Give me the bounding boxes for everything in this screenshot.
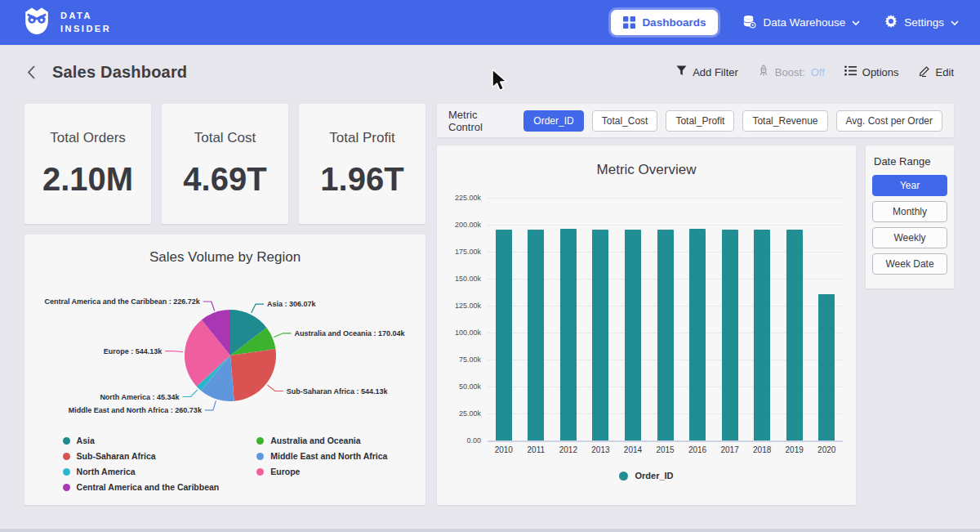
pie-label-europe: Europe : 544.13k xyxy=(104,347,163,355)
y-tick-label: 150.00k xyxy=(442,275,481,283)
pie-label-middle-east-and-north-africa: Middle East and North Africa : 260.73k xyxy=(69,406,203,414)
bar-2012[interactable] xyxy=(560,229,577,440)
legend-label: North America xyxy=(77,467,136,476)
pie-leader-line xyxy=(267,385,283,391)
legend-dot xyxy=(63,484,70,491)
edit-button[interactable]: Edit xyxy=(919,65,954,79)
edit-label: Edit xyxy=(936,66,954,78)
bar-chart-legend[interactable]: Order_ID xyxy=(437,471,856,481)
metric-control-strip: Metric Control Order_IDTotal_CostTotal_P… xyxy=(437,104,954,137)
metric-chip-total-cost[interactable]: Total_Cost xyxy=(592,110,658,132)
x-label-2012: 2012 xyxy=(552,445,585,454)
metric-chip-total-profit[interactable]: Total_Profit xyxy=(666,110,734,132)
bar-slot xyxy=(714,198,746,440)
options-button[interactable]: Options xyxy=(844,65,899,78)
metric-chip-avg-cost-per-order[interactable]: Avg. Cost per Order xyxy=(836,110,943,132)
bar-2020[interactable] xyxy=(818,294,835,440)
pie-legend-item-central-america-and-the-caribbean[interactable]: Central America and the Caribbean xyxy=(63,482,220,492)
boost-toggle[interactable]: Boost: Off xyxy=(758,65,825,79)
kpi-label: Total Orders xyxy=(50,130,126,146)
pie-chart-card: Sales Volume by Region Asia : 306.07kAus… xyxy=(24,235,425,505)
bar-2015[interactable] xyxy=(657,230,674,440)
boost-label: Boost: xyxy=(775,66,805,78)
legend-label: Australia and Oceania xyxy=(270,436,360,445)
x-label-2017: 2017 xyxy=(714,445,746,454)
bar-2019[interactable] xyxy=(786,230,803,440)
pie-leader-line xyxy=(205,400,216,410)
pie-legend-item-australia-and-oceania[interactable]: Australia and Oceania xyxy=(256,436,387,445)
nav-data-warehouse-button[interactable]: Data Warehouse xyxy=(742,15,860,31)
legend-label: Central America and the Caribbean xyxy=(77,482,220,492)
pie-leader-line xyxy=(203,302,215,311)
back-button[interactable] xyxy=(26,65,36,80)
bar-chart-title: Metric Overview xyxy=(437,145,856,178)
date-range-week-date[interactable]: Week Date xyxy=(872,253,947,275)
x-label-2011: 2011 xyxy=(520,445,553,454)
add-filter-button[interactable]: Add Filter xyxy=(676,65,738,78)
x-axis-labels: 2010201120122013201420152016201720182019… xyxy=(488,445,843,454)
legend-label: Europe xyxy=(270,467,300,476)
bar-2016[interactable] xyxy=(689,229,706,440)
nav-data-warehouse-label: Data Warehouse xyxy=(763,16,845,29)
pie-leader-line xyxy=(183,390,198,397)
bar-2017[interactable] xyxy=(722,230,738,440)
add-filter-label: Add Filter xyxy=(693,66,738,78)
chevron-down-icon xyxy=(852,16,860,29)
metric-chip-list: Order_IDTotal_CostTotal_ProfitTotal_Reve… xyxy=(523,110,942,132)
bar-2013[interactable] xyxy=(592,230,608,440)
bar-2018[interactable] xyxy=(754,230,770,440)
legend-dot xyxy=(63,468,70,476)
date-range-monthly[interactable]: Monthly xyxy=(872,201,947,222)
bar-slot xyxy=(585,198,617,440)
nav-settings-button[interactable]: Settings xyxy=(884,15,959,30)
bar-slot xyxy=(649,198,682,440)
pie-legend-item-europe[interactable]: Europe xyxy=(256,467,387,476)
bar-2011[interactable] xyxy=(528,230,544,440)
pie-legend-item-middle-east-and-north-africa[interactable]: Middle East and North Africa xyxy=(256,451,387,461)
x-label-2016: 2016 xyxy=(681,445,714,454)
pie-label-north-america: North America : 45.34k xyxy=(100,393,180,401)
y-tick-label: 225.00k xyxy=(442,194,481,202)
database-icon xyxy=(742,15,756,31)
bar-slot xyxy=(810,198,843,440)
pie-chart: Asia : 306.07kAustralia and Oceania : 17… xyxy=(24,266,425,434)
owl-logo-icon xyxy=(21,6,52,40)
pie-legend-item-north-america[interactable]: North America xyxy=(63,467,220,476)
y-tick-label: 175.00k xyxy=(442,248,481,256)
bar-slot xyxy=(746,198,778,440)
x-label-2018: 2018 xyxy=(746,445,778,454)
pie-legend: AsiaSub-Saharan AfricaNorth AmericaCentr… xyxy=(24,436,425,492)
bar-2010[interactable] xyxy=(496,230,512,440)
date-range-weekly[interactable]: Weekly xyxy=(872,227,947,248)
bar-slot xyxy=(681,198,714,440)
pie-slice-sub-saharan-africa[interactable] xyxy=(230,349,276,401)
options-label: Options xyxy=(862,66,899,78)
page-header: Sales Dashboard Add Filter Boost: Off xyxy=(0,45,980,99)
legend-label: Sub-Saharan Africa xyxy=(77,451,156,461)
legend-label: Order_ID xyxy=(635,471,673,481)
pie-legend-item-asia[interactable]: Asia xyxy=(63,436,220,445)
nav-dashboards-button[interactable]: Dashboards xyxy=(611,10,718,35)
bar-slot xyxy=(552,198,585,440)
kpi-card-total-cost: Total Cost 4.69T xyxy=(162,104,288,224)
bar-2014[interactable] xyxy=(625,230,641,440)
metric-chip-total-revenue[interactable]: Total_Revenue xyxy=(742,110,827,132)
pie-legend-item-sub-saharan-africa[interactable]: Sub-Saharan Africa xyxy=(63,451,220,461)
bar-slot xyxy=(617,198,649,440)
date-range-year[interactable]: Year xyxy=(872,175,947,196)
y-tick-label: 200.00k xyxy=(442,221,481,229)
boost-state: Off xyxy=(811,66,825,78)
brand-logo[interactable]: DATA INSIDER xyxy=(21,6,111,40)
bar-series-order-id xyxy=(488,198,843,440)
pie-leader-line xyxy=(252,304,264,313)
legend-dot xyxy=(256,453,264,460)
x-label-2010: 2010 xyxy=(488,445,520,454)
list-options-icon xyxy=(844,65,857,78)
date-range-panel: Date Range YearMonthlyWeeklyWeek Date xyxy=(866,145,954,288)
pie-leader-line xyxy=(274,333,291,338)
kpi-label: Total Profit xyxy=(329,130,394,146)
x-label-2013: 2013 xyxy=(585,445,617,454)
metric-control-label: Metric Control xyxy=(448,109,512,133)
kpi-card-total-profit: Total Profit 1.96T xyxy=(299,104,425,224)
metric-chip-order-id[interactable]: Order_ID xyxy=(523,110,583,132)
